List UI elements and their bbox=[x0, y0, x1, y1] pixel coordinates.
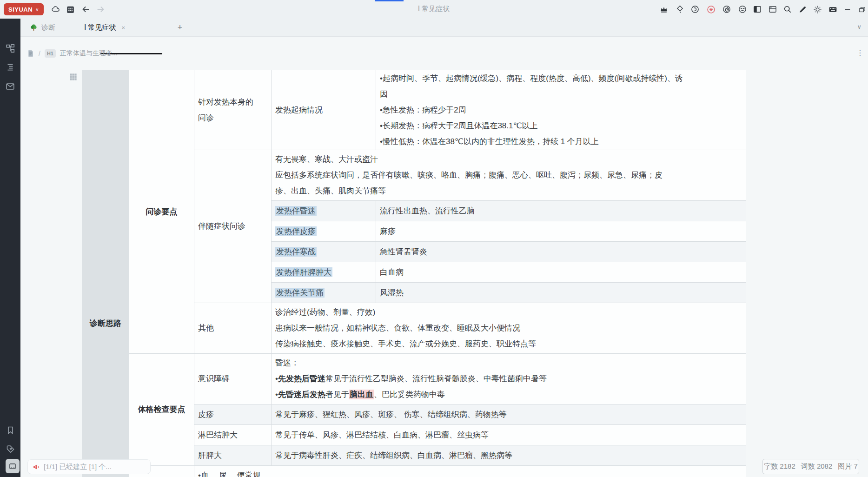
table-cell[interactable]: 淋巴结肿大 bbox=[194, 425, 272, 445]
app-window: SIYUAN ∨ Ⅰ 常见症状 bbox=[0, 0, 868, 477]
new-tab-button[interactable]: + bbox=[175, 22, 185, 33]
heart-plugin-icon[interactable] bbox=[705, 4, 716, 15]
block-ref: 发热伴皮疹 bbox=[275, 226, 317, 236]
table-cell[interactable]: 常见于病毒性肝炎、疟疾、结缔组织病、白血病、淋巴瘤、黑热病等 bbox=[272, 445, 746, 466]
heading-level-chip[interactable]: H1 bbox=[45, 49, 56, 58]
table-cell[interactable]: 麻疹 bbox=[376, 221, 746, 242]
forward-icon[interactable] bbox=[95, 4, 106, 15]
notification-toast: [1/1] 已经建立 [1] 个... bbox=[27, 459, 151, 474]
table-cell[interactable]: 发热伴皮疹 bbox=[272, 221, 376, 242]
maximize-icon[interactable] bbox=[856, 4, 868, 15]
content-table[interactable]: 诊断思路问诊要点针对发热本身的问诊发热起病情况•起病时间、季节、起病情况(缓急)… bbox=[82, 70, 746, 477]
table-cell[interactable]: 意识障碍 bbox=[194, 354, 272, 404]
table-block-icon[interactable] bbox=[69, 73, 78, 81]
more-icon[interactable]: ⋮ bbox=[856, 48, 864, 57]
table-cell[interactable]: 发热伴昏迷 bbox=[272, 201, 376, 221]
breadcrumb-title[interactable]: 正常体温与生理变... bbox=[60, 49, 118, 58]
table-cell[interactable]: 问诊要点 bbox=[129, 70, 194, 354]
megaphone-icon bbox=[33, 463, 40, 471]
tab-document[interactable]: Ⅰ 常见症状 × bbox=[84, 19, 125, 36]
table-cell[interactable]: 有无畏寒、寒战、大汗或盗汗应包括多系统症状询问，是否伴有咳嗽、咳痰、咯血、胸痛；… bbox=[272, 150, 746, 201]
block-ref: 发热伴寒战 bbox=[275, 247, 317, 257]
theme-sun-icon[interactable] bbox=[812, 4, 823, 15]
table-cell[interactable]: 风湿热 bbox=[376, 283, 746, 303]
bold-text: 先发热后昏迷 bbox=[278, 374, 325, 383]
document-icon[interactable] bbox=[27, 49, 34, 58]
dock-panel-icon[interactable] bbox=[752, 4, 763, 15]
minimize-icon[interactable] bbox=[842, 4, 853, 15]
tab-label: 诊断 bbox=[41, 23, 55, 32]
table-cell[interactable]: 针对发热本身的问诊 bbox=[194, 70, 272, 150]
vip-crown-icon[interactable] bbox=[658, 4, 669, 15]
bookmark-icon[interactable] bbox=[5, 424, 16, 436]
table-cell[interactable]: 其他 bbox=[194, 303, 272, 354]
outline-icon[interactable] bbox=[5, 62, 16, 73]
term-count: 词数 2082 bbox=[801, 462, 833, 471]
window-title: Ⅰ 常见症状 bbox=[341, 5, 527, 13]
notebook-tree-icon bbox=[30, 24, 38, 32]
table-cell[interactable]: 发热起病情况 bbox=[272, 70, 376, 150]
breadcrumb-separator: / bbox=[39, 50, 40, 57]
table-cell[interactable]: 发热伴关节痛 bbox=[272, 283, 376, 303]
file-tree-icon[interactable] bbox=[5, 43, 16, 54]
word-count: 字数 2182 bbox=[764, 462, 795, 471]
table-cell[interactable]: 体格检查要点 bbox=[129, 354, 194, 466]
keyboard-icon[interactable] bbox=[827, 4, 838, 15]
accent-sliver bbox=[375, 0, 404, 1]
breadcrumb: / H1 正常体温与生理变... bbox=[27, 49, 118, 58]
left-dock bbox=[0, 19, 20, 477]
table-cell[interactable]: 流行性出血热、流行性乙脑 bbox=[376, 201, 746, 221]
table-cell[interactable]: 常见于传单、风疹、淋巴结结核、白血病、淋巴瘤、丝虫病等 bbox=[272, 425, 746, 445]
daily-note-icon[interactable] bbox=[65, 4, 76, 15]
siyuan-menu-label: SIYUAN bbox=[8, 6, 33, 13]
table-cell[interactable]: 常见于麻疹、猩红热、风疹、斑疹、 伤寒、结缔组织病、药物热等 bbox=[272, 404, 746, 425]
image-count: 图片 7 bbox=[838, 462, 858, 471]
dock-toggle-icon[interactable] bbox=[6, 459, 20, 473]
table-cell[interactable]: 白血病 bbox=[376, 262, 746, 283]
window-panel-icon[interactable] bbox=[767, 4, 778, 15]
top-toolbar: SIYUAN ∨ Ⅰ 常见症状 bbox=[0, 0, 868, 19]
table-cell[interactable]: 伴随症状问诊 bbox=[194, 150, 272, 303]
tab-bar: 诊断 Ⅰ 常见症状 × + ∨ bbox=[20, 19, 868, 37]
edit-pencil-icon[interactable] bbox=[797, 4, 808, 15]
table-cell[interactable]: 肝脾大 bbox=[194, 445, 272, 466]
back-icon[interactable] bbox=[80, 4, 92, 15]
swirl-plugin-icon[interactable] bbox=[721, 4, 732, 15]
siyuan-menu-button[interactable]: SIYUAN ∨ bbox=[4, 3, 44, 15]
table-cell[interactable]: 昏迷：•先发热后昏迷常见于流行性乙型脑炎、流行性脑脊髓膜炎、中毒性菌痢中暑等•先… bbox=[272, 354, 746, 404]
cloud-sync-icon[interactable] bbox=[50, 4, 61, 15]
search-icon[interactable] bbox=[782, 4, 793, 15]
table-cell[interactable]: 皮疹 bbox=[194, 404, 272, 425]
table-cell[interactable]: 发热伴寒战 bbox=[272, 242, 376, 262]
table-cell[interactable]: 诊断思路 bbox=[82, 70, 129, 477]
table-cell[interactable]: 急性肾盂肾炎 bbox=[376, 242, 746, 262]
block-ref: 发热伴昏迷 bbox=[275, 206, 317, 216]
word-count-pill: 字数 2182 词数 2082 图片 7 bbox=[762, 459, 859, 474]
sync-circle-icon[interactable] bbox=[689, 4, 701, 15]
tab-label: Ⅰ 常见症状 bbox=[84, 23, 116, 32]
close-icon[interactable]: × bbox=[122, 24, 126, 31]
tab-list-chevron-icon[interactable]: ∨ bbox=[857, 23, 861, 30]
toast-message: [1/1] 已经建立 [1] 个... bbox=[44, 463, 112, 471]
table-cell[interactable]: •起病时间、季节、起病情况(缓急)、病程、程度(热度、高低)、频度(间歇或持续性… bbox=[376, 70, 746, 150]
block-ref: 发热伴关节痛 bbox=[275, 288, 325, 298]
tab-notebook[interactable]: 诊断 bbox=[30, 19, 55, 36]
table-cell[interactable]: •血、 尿、 便常规 bbox=[194, 466, 746, 477]
inbox-icon[interactable] bbox=[5, 81, 16, 92]
tag-icon[interactable] bbox=[5, 444, 16, 455]
table-cell[interactable]: 发热伴肝脾肿大 bbox=[272, 262, 376, 283]
block-ref: 发热伴肝脾肿大 bbox=[275, 267, 332, 277]
bold-text: 先昏迷后发热 bbox=[278, 390, 325, 399]
emoji-face-icon[interactable] bbox=[737, 4, 748, 15]
mark-text: 脑出血 bbox=[349, 390, 374, 399]
diamond-icon[interactable] bbox=[674, 4, 685, 15]
table-cell[interactable]: 诊治经过(药物、剂量、疗效)患病以来一般情况，如精神状态、食欲、体重改变、睡眠及… bbox=[272, 303, 746, 354]
chevron-down-icon: ∨ bbox=[35, 7, 39, 12]
